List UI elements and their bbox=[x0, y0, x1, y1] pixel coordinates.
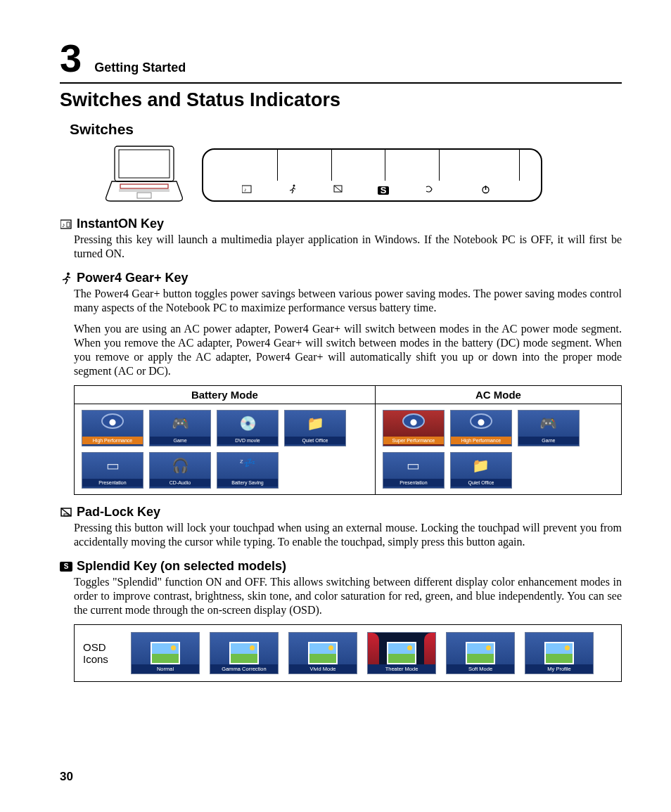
mode-tile: ▭Presentation bbox=[82, 452, 143, 489]
s-badge-icon: S bbox=[60, 562, 72, 572]
laptop-illustration bbox=[102, 143, 186, 207]
padlock-section: Pad-Lock Key Pressing this button will l… bbox=[60, 505, 622, 549]
padlock-icon bbox=[60, 508, 72, 517]
svg-rect-0 bbox=[115, 146, 174, 181]
mode-table: Battery Mode AC Mode High Performance 🎮G… bbox=[74, 385, 622, 495]
mode-tile: High Performance bbox=[450, 410, 512, 446]
key-title: Splendid Key (on selected models) bbox=[77, 559, 286, 574]
instanton-section: ♪ InstantON Key Pressing this key will l… bbox=[60, 217, 622, 261]
mode-tile: Super Performance bbox=[383, 410, 445, 446]
mode-tile: High Performance bbox=[82, 410, 143, 446]
padlock-icon bbox=[315, 185, 361, 196]
page-number: 30 bbox=[60, 770, 73, 784]
chapter-number: 3 bbox=[60, 35, 82, 81]
mode-tile: 🎧CD-Audio bbox=[149, 452, 211, 489]
osd-tile: My Profile bbox=[525, 632, 594, 674]
runner-icon bbox=[60, 272, 72, 285]
osd-tile: Normal bbox=[131, 632, 200, 674]
svg-line-10 bbox=[334, 186, 342, 192]
mode-tile: ᶻ💤Battery Saving bbox=[217, 452, 279, 489]
svg-rect-3 bbox=[137, 193, 151, 198]
svg-rect-6 bbox=[242, 186, 251, 193]
svg-text:♪: ♪ bbox=[62, 221, 65, 228]
chapter-label: Getting Started bbox=[94, 60, 186, 75]
s-badge-icon: S bbox=[361, 185, 407, 196]
media-icon: ♪ bbox=[60, 219, 72, 229]
svg-point-8 bbox=[293, 185, 295, 187]
power4-section: Power4 Gear+ Key The Power4 Gear+ button… bbox=[60, 271, 622, 495]
subsection-title: Switches bbox=[70, 121, 622, 138]
key-title: InstantON Key bbox=[77, 217, 164, 231]
key-body: When you are using an AC power adapter, … bbox=[60, 322, 622, 378]
svg-rect-15 bbox=[67, 222, 70, 227]
media-icon: ♪ bbox=[224, 185, 270, 196]
runner-icon bbox=[270, 184, 316, 197]
key-title: Power4 Gear+ Key bbox=[77, 271, 188, 285]
manual-page: 3 Getting Started Switches and Status In… bbox=[0, 0, 671, 812]
svg-rect-19 bbox=[64, 514, 68, 516]
key-body: The Power4 Gear+ button toggles power sa… bbox=[60, 287, 622, 315]
osd-tile: Gamma Correction bbox=[210, 632, 279, 674]
osd-icons-box: OSD Icons Normal Gamma Correction Vivid … bbox=[74, 624, 622, 682]
mode-tile: 📁Quiet Office bbox=[450, 452, 512, 489]
osd-label: OSD Icons bbox=[83, 641, 121, 665]
power-icon bbox=[452, 185, 520, 197]
svg-line-18 bbox=[61, 508, 71, 516]
mode-tile: 🎮Game bbox=[518, 410, 580, 446]
mode-tile: 🎮Game bbox=[149, 410, 211, 446]
svg-rect-1 bbox=[119, 150, 170, 178]
svg-text:♪: ♪ bbox=[244, 187, 247, 193]
key-title: Pad-Lock Key bbox=[77, 505, 160, 520]
battery-header: Battery Mode bbox=[75, 386, 376, 404]
svg-rect-2 bbox=[120, 184, 168, 188]
mode-tile: 💿DVD movie bbox=[217, 410, 279, 446]
mode-tile: 📁Quiet Office bbox=[284, 410, 346, 446]
chapter-header: 3 Getting Started bbox=[60, 35, 622, 84]
swirl-icon bbox=[406, 185, 452, 197]
osd-tile: Vivid Mode bbox=[288, 632, 357, 674]
key-body: Pressing this key will launch a multimed… bbox=[60, 233, 622, 261]
key-body: Toggles "Splendid" function ON and OFF. … bbox=[60, 575, 622, 617]
ac-header: AC Mode bbox=[375, 386, 621, 404]
section-title: Switches and Status Indicators bbox=[60, 89, 622, 111]
key-body: Pressing this button will lock your touc… bbox=[60, 521, 622, 549]
splendid-section: S Splendid Key (on selected models) Togg… bbox=[60, 559, 622, 682]
mode-tile: ▭Presentation bbox=[383, 452, 445, 489]
switch-strip: ♪ S bbox=[202, 148, 542, 202]
switches-diagram: ♪ S bbox=[102, 143, 622, 207]
osd-tile: Theater Mode bbox=[367, 632, 436, 674]
osd-tile: Soft Mode bbox=[446, 632, 515, 674]
svg-point-16 bbox=[67, 272, 70, 275]
